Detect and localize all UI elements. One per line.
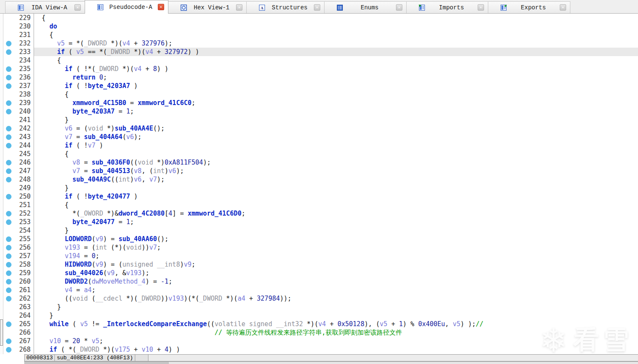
code-line-240[interactable]: 240 byte_4203A7 = 1; <box>0 107 638 116</box>
gutter: 235 <box>0 65 34 73</box>
horizontal-scrollbar-thumb[interactable] <box>24 362 169 364</box>
tab-close-icon[interactable]: ✕ <box>74 4 81 11</box>
tab-close-icon[interactable]: ✕ <box>478 4 484 11</box>
tab-structures[interactable]: AStructures✕ <box>246 1 325 13</box>
breakpoint-dot[interactable] <box>6 49 11 55</box>
breakpoint-dot[interactable] <box>6 126 11 131</box>
code-line-246[interactable]: 246 v8 = sub_4036F0((void *)0xA811F504); <box>0 158 638 167</box>
code-line-261[interactable]: 261 v4 = a4; <box>0 286 638 294</box>
breakpoint-dot[interactable] <box>6 177 11 182</box>
breakpoint-dot[interactable] <box>6 287 11 293</box>
breakpoint-dot[interactable] <box>6 236 11 242</box>
code-text: v194 = 0; <box>34 252 638 260</box>
tab-close-icon[interactable]: ✕ <box>396 4 402 11</box>
code-line-229[interactable]: 229 { <box>0 14 638 22</box>
breakpoint-dot[interactable] <box>6 83 11 89</box>
code-line-268[interactable]: 268 if ( *(_DWORD *)(v175 + v10 + 4) ) <box>0 345 638 354</box>
code-line-238[interactable]: 238 { <box>0 90 638 99</box>
gutter: 243 <box>0 133 34 141</box>
breakpoint-dot[interactable] <box>6 219 11 225</box>
code-line-237[interactable]: 237 if ( !byte_4203A7 ) <box>0 82 638 90</box>
code-line-242[interactable]: 242 v6 = (void *)sub_40AA4E(); <box>0 124 638 133</box>
code-line-256[interactable]: 256 v193 = (int (*)(void))v7; <box>0 243 638 252</box>
tab-hex-view-1[interactable]: Hex View-1✕ <box>168 1 247 13</box>
code-line-233[interactable]: 233 if ( v5 == *(_DWORD *)(v4 + 327972) … <box>0 48 638 56</box>
breakpoint-dot[interactable] <box>6 66 11 72</box>
code-line-267[interactable]: 267 v10 = 20 * v5; <box>0 337 638 345</box>
code-line-262[interactable]: 262 ((void (__cdecl *)(_DWORD))v193)(*(_… <box>0 294 638 303</box>
code-line-250[interactable]: 250 if ( !byte_420477 ) <box>0 192 638 201</box>
code-line-254[interactable]: 254 } <box>0 226 638 235</box>
imports-icon <box>419 4 425 11</box>
tab-pseudocode-a[interactable]: Pseudocode-A✕ <box>85 0 168 14</box>
code-line-266[interactable]: 266 // 等待遍历文件线程发来路径字符串,获取到即刻加密该路径文件 <box>0 328 638 337</box>
tab-exports[interactable]: Exports✕ <box>488 1 570 13</box>
tab-close-icon[interactable]: ✕ <box>236 4 242 11</box>
code-line-255[interactable]: 255 LODWORD(v9) = sub_40AA60(); <box>0 235 638 243</box>
code-line-260[interactable]: 260 DWORD2(dwMoveMethod_4) = -1; <box>0 277 638 286</box>
code-line-253[interactable]: 253 byte_420477 = 1; <box>0 218 638 226</box>
gutter: 248 <box>0 175 34 184</box>
code-text: v7 = sub_404513(v8, (int)v6); <box>34 167 638 175</box>
code-line-243[interactable]: 243 v7 = sub_404A64(v6); <box>0 133 638 141</box>
pseudocode-view[interactable]: 229 {230 do231 {232 v5 = *(_DWORD *)(v4 … <box>0 14 638 354</box>
line-number: 251 <box>19 201 31 209</box>
breakpoint-dot[interactable] <box>6 279 11 284</box>
breakpoint-dot[interactable] <box>6 41 11 46</box>
breakpoint-dot[interactable] <box>6 211 11 216</box>
code-text: v5 = *(_DWORD *)(v4 + 327976); <box>34 39 638 48</box>
code-line-247[interactable]: 247 v7 = sub_404513(v8, (int)v6); <box>0 167 638 175</box>
breakpoint-dot[interactable] <box>6 296 11 301</box>
code-line-264[interactable]: 264 } <box>0 311 638 320</box>
code-line-231[interactable]: 231 { <box>0 31 638 39</box>
vertical-scrollbar[interactable] <box>0 14 3 354</box>
code-line-248[interactable]: 248 sub_404A9C((int)v6, v7); <box>0 175 638 184</box>
tab-enums[interactable]: Enums✕ <box>324 1 407 13</box>
breakpoint-dot[interactable] <box>6 109 11 114</box>
breakpoint-dot[interactable] <box>6 160 11 165</box>
code-line-245[interactable]: 245 { <box>0 150 638 158</box>
breakpoint-dot[interactable] <box>6 245 11 250</box>
breakpoint-dot[interactable] <box>6 253 11 259</box>
tab-close-icon[interactable]: ✕ <box>560 4 566 11</box>
code-line-263[interactable]: 263 } <box>0 303 638 311</box>
code-line-235[interactable]: 235 if ( !*(_DWORD *)(v4 + 8) ) <box>0 65 638 73</box>
code-line-241[interactable]: 241 } <box>0 116 638 124</box>
code-line-258[interactable]: 258 HIDWORD(v9) = (unsigned __int8)v9; <box>0 260 638 269</box>
tab-ida-view-a[interactable]: IDA View-A✕ <box>5 1 85 13</box>
code-line-230[interactable]: 230 do <box>0 22 638 31</box>
code-line-251[interactable]: 251 { <box>0 201 638 209</box>
breakpoint-dot[interactable] <box>6 262 11 267</box>
breakpoint-dot[interactable] <box>6 347 11 353</box>
line-number: 259 <box>19 269 31 277</box>
horizontal-scrollbar[interactable] <box>24 361 638 364</box>
code-text: v8 = sub_4036F0((void *)0xA811F504); <box>34 158 638 167</box>
vertical-scrollbar-thumb[interactable] <box>0 319 3 346</box>
breakpoint-dot[interactable] <box>6 134 11 140</box>
tab-imports[interactable]: Imports✕ <box>406 1 488 13</box>
code-line-252[interactable]: 252 *(_OWORD *)&dword_4C2080[4] = xmmwor… <box>0 209 638 218</box>
code-line-239[interactable]: 239 xmmword_4C15B0 = xmmword_41C6C0; <box>0 99 638 107</box>
tab-close-icon[interactable]: ✕ <box>158 4 164 10</box>
breakpoint-dot[interactable] <box>6 168 11 174</box>
code-line-259[interactable]: 259 sub_404026(v9, &v193); <box>0 269 638 277</box>
breakpoint-dot[interactable] <box>6 194 11 199</box>
code-line-257[interactable]: 257 v194 = 0; <box>0 252 638 260</box>
code-text: *(_OWORD *)&dword_4C2080[4] = xmmword_41… <box>34 209 638 218</box>
code-line-244[interactable]: 244 if ( !v7 ) <box>0 141 638 150</box>
code-line-249[interactable]: 249 } <box>0 184 638 192</box>
breakpoint-dot[interactable] <box>6 338 11 344</box>
code-line-265[interactable]: 265 while ( v5 != _InterlockedCompareExc… <box>0 320 638 328</box>
gutter: 268 <box>0 345 34 354</box>
ida-window: IDA View-A✕Pseudocode-A✕Hex View-1✕AStru… <box>0 0 638 364</box>
code-line-232[interactable]: 232 v5 = *(_DWORD *)(v4 + 327976); <box>0 39 638 48</box>
code-line-236[interactable]: 236 return 0; <box>0 73 638 82</box>
code-line-234[interactable]: 234 { <box>0 56 638 65</box>
tab-close-icon[interactable]: ✕ <box>314 4 320 11</box>
breakpoint-dot[interactable] <box>6 100 11 106</box>
breakpoint-dot[interactable] <box>6 270 11 276</box>
gutter: 246 <box>0 158 34 167</box>
breakpoint-dot[interactable] <box>6 75 11 80</box>
breakpoint-dot[interactable] <box>6 321 11 327</box>
breakpoint-dot[interactable] <box>6 143 11 148</box>
